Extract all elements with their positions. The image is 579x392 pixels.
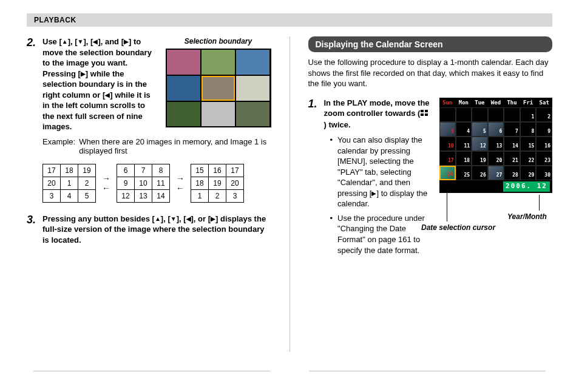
up-icon: ▲ [62, 38, 68, 45]
thumbnail [201, 102, 235, 127]
calendar-cell: 4 [456, 122, 472, 137]
left-column: 2. Use [▲], [▼], [◀], and [▶] to move th… [27, 36, 271, 352]
calendar-cell: 28 [504, 166, 520, 180]
calendar-cell: 3 [439, 122, 456, 137]
calendar-cell [504, 107, 520, 122]
thumbnail [167, 50, 200, 75]
calendar-day-header: Tue [472, 98, 488, 107]
annotation-line [447, 188, 447, 221]
calendar-cell: 8 [520, 122, 537, 137]
calendar-cell: 23 [536, 151, 552, 166]
svg-rect-1 [425, 110, 428, 112]
step-2-text: Use [▲], [▼], [◀], and [▶] to move the s… [42, 36, 158, 132]
step-3: 3. Pressing any button besides [▲], [▼],… [27, 214, 271, 246]
svg-rect-0 [421, 110, 424, 112]
calendar-cell: 7 [504, 122, 520, 137]
calendar-date: 2006. 12 [503, 181, 550, 192]
calendar-cell: 13 [488, 137, 504, 151]
thumbnail [236, 102, 269, 127]
calendar-cell: 9 [536, 122, 552, 137]
thumbnail [167, 76, 200, 101]
subsection-header: Displaying the Calendar Screen [308, 36, 553, 52]
number-grid: 67891011121314 [117, 164, 170, 203]
calendar-day-header: Mon [456, 98, 472, 107]
thumbnail-figure: Selection boundary [166, 36, 271, 127]
calendar-day-header: Fri [520, 98, 537, 107]
zoom-out-icon [420, 109, 430, 120]
example-text: Example: When there are 20 images in mem… [42, 137, 271, 155]
calendar-cell: 20 [488, 151, 504, 166]
calendar-cell: 30 [536, 166, 552, 180]
scroll-arrows-icon: →← [176, 174, 185, 192]
right-icon: ▶ [124, 38, 129, 45]
down-icon: ▼ [171, 215, 177, 222]
step-number: 2. [27, 36, 42, 132]
calendar-cell: 5 [472, 122, 488, 137]
calendar-cell: 18 [456, 151, 472, 166]
calendar-cell: 17 [439, 151, 456, 166]
bullet-item: You can also display the calendar by pre… [330, 135, 433, 209]
calendar-cell: 2 [536, 107, 552, 122]
right-icon: ▶ [211, 215, 215, 222]
calendar-cell: 21 [504, 151, 520, 166]
page-footer: 137 [0, 363, 579, 379]
thumbnail [236, 76, 269, 101]
step-number: 1. [308, 98, 324, 259]
calendar-cell [456, 107, 472, 122]
calendar-cell [439, 107, 456, 122]
calendar-cell: 24 [439, 166, 456, 180]
annotation-line [539, 195, 540, 211]
step-1: 1. In the PLAY mode, move the zoom contr… [308, 98, 553, 259]
calendar-cell: 12 [472, 137, 488, 151]
calendar-cell: 25 [456, 166, 472, 180]
thumbnail-caption: Selection boundary [166, 36, 271, 46]
calendar-cell: 11 [456, 137, 472, 151]
calendar-cell: 22 [520, 151, 537, 166]
section-header: PLAYBACK [27, 13, 552, 27]
step-1-text: In the PLAY mode, move the zoom controll… [324, 98, 430, 129]
svg-rect-3 [425, 113, 428, 116]
thumbnail [167, 102, 200, 127]
annotation-cursor: Date selection cursor [421, 223, 543, 232]
example-tables: 1718192012345→←67891011121314→←151617181… [42, 164, 271, 203]
intro-text: Use the following procedure to display a… [308, 57, 553, 89]
calendar-figure: SunMonTueWedThuFriSat 123456789101112131… [439, 98, 552, 193]
calendar-cell: 26 [472, 166, 488, 180]
thumbnail [236, 50, 269, 75]
svg-rect-2 [421, 113, 424, 116]
number-grid: 1718192012345 [42, 164, 96, 203]
calendar-cell [488, 107, 504, 122]
calendar-day-header: Wed [488, 98, 504, 107]
calendar-cell: 16 [536, 137, 552, 151]
calendar-cell: 1 [520, 107, 537, 122]
calendar-cell: 19 [472, 151, 488, 166]
down-icon: ▼ [78, 38, 84, 45]
left-icon: ◀ [186, 215, 191, 222]
right-column: Displaying the Calendar Screen Use the f… [308, 36, 553, 352]
calendar-day-header: Sat [536, 98, 552, 107]
bullet-item: Use the procedure under "Changing the Da… [330, 213, 433, 255]
thumbnail [201, 76, 235, 101]
annotation-year-month: Year/Month [507, 212, 547, 221]
calendar-cell: 10 [439, 137, 456, 151]
number-grid: 151617181920123 [191, 164, 244, 203]
column-divider [290, 36, 290, 352]
section-header-text: PLAYBACK [34, 16, 76, 24]
up-icon: ▲ [155, 215, 161, 222]
calendar-day-header: Sun [439, 98, 456, 107]
calendar-cell: 15 [520, 137, 537, 151]
scroll-arrows-icon: →← [102, 174, 110, 192]
step-3-text: Pressing any button besides [▲], [▼], [◀… [42, 214, 271, 246]
calendar-cell: 14 [504, 137, 520, 151]
thumbnail [201, 50, 235, 75]
step-number: 3. [27, 214, 42, 246]
right-icon: ▶ [81, 70, 86, 77]
calendar-cell: 6 [488, 122, 504, 137]
calendar-day-header: Thu [504, 98, 520, 107]
calendar-cell [472, 107, 488, 122]
calendar-cell: 29 [520, 166, 537, 180]
step-2: 2. Use [▲], [▼], [◀], and [▶] to move th… [27, 36, 271, 132]
calendar-cell: 27 [488, 166, 504, 180]
page-number: 137 [273, 363, 306, 379]
